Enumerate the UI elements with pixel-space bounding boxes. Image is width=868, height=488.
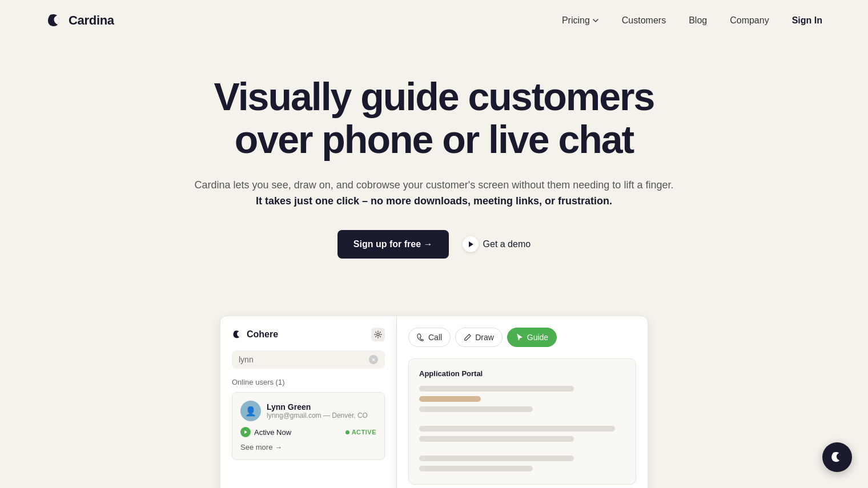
cardina-float-icon [830, 450, 845, 465]
portal-title: Application Portal [419, 369, 625, 378]
signup-button[interactable]: Sign up for free → [337, 230, 449, 259]
skeleton-line-4 [419, 436, 574, 442]
pencil-icon [464, 333, 472, 341]
gear-icon [374, 330, 382, 338]
search-bar[interactable]: lynn ✕ [232, 350, 385, 369]
logo-icon [46, 11, 64, 30]
user-card-bottom: Active Now ACTIVE [240, 427, 376, 437]
signin-link[interactable]: Sign In [792, 15, 822, 26]
user-avatar: 👤 [240, 401, 261, 421]
user-card-top: 👤 Lynn Green lynng@gmail.com — Denver, C… [240, 401, 376, 421]
skeleton-line-2 [419, 406, 533, 412]
skeleton-line-6 [419, 466, 533, 471]
nav-customers[interactable]: Customers [622, 15, 666, 26]
user-card: 👤 Lynn Green lynng@gmail.com — Denver, C… [232, 392, 385, 460]
guide-button[interactable]: Guide [507, 328, 557, 347]
dash-header: Cohere [232, 328, 385, 341]
user-name: Lynn Green [267, 402, 368, 412]
chevron-down-icon [592, 17, 599, 24]
hero-title: Visually guide customers over phone or l… [23, 75, 845, 161]
dash-logo: Cohere [232, 329, 278, 340]
skeleton-accent-1 [419, 396, 481, 402]
nav-pricing[interactable]: Pricing [562, 15, 599, 26]
logo-text: Cardina [69, 13, 114, 28]
hero-subtitle: Cardina lets you see, draw on, and cobro… [23, 177, 845, 193]
hero-section: Visually guide customers over phone or l… [0, 41, 868, 316]
active-badge: ACTIVE [345, 429, 376, 435]
nav-company[interactable]: Company [730, 15, 769, 26]
phone-icon [417, 333, 425, 341]
dashboard-right-panel: Call Draw Guide Application Portal [397, 316, 648, 488]
floating-chat-button[interactable] [822, 442, 852, 472]
svg-point-0 [377, 333, 379, 336]
draw-button[interactable]: Draw [455, 328, 503, 347]
cohere-logo-icon [232, 329, 243, 340]
search-input-value: lynn [239, 355, 364, 364]
cursor-icon [516, 333, 524, 341]
cohere-logo-text: Cohere [247, 329, 278, 340]
user-email-location: lynng@gmail.com — Denver, CO [267, 412, 368, 420]
play-triangle-icon [469, 241, 473, 247]
online-label: Online users (1) [232, 378, 385, 386]
active-now-status: Active Now [240, 427, 291, 437]
active-dot-icon [345, 430, 349, 434]
search-clear-button[interactable]: ✕ [369, 355, 378, 364]
dashboard-left-panel: Cohere lynn ✕ Online users (1) 👤 Lynn Gr… [220, 316, 397, 488]
skeleton-line-5 [419, 455, 574, 461]
dashboard-preview: Cohere lynn ✕ Online users (1) 👤 Lynn Gr… [0, 316, 868, 488]
see-more-link[interactable]: See more → [240, 443, 376, 451]
call-button[interactable]: Call [408, 328, 451, 347]
toolbar-row: Call Draw Guide [408, 328, 636, 347]
active-play-icon [240, 427, 251, 437]
hero-cta: Sign up for free → Get a demo [23, 230, 845, 259]
hero-subtitle-bold: It takes just one click – no more downlo… [23, 195, 845, 207]
settings-gear-button[interactable] [371, 328, 385, 341]
navbar: Cardina Pricing Customers Blog Company S… [0, 0, 868, 41]
app-portal-card: Application Portal [408, 358, 636, 485]
logo[interactable]: Cardina [46, 11, 114, 30]
nav-links: Pricing Customers Blog Company Sign In [562, 15, 822, 26]
nav-blog[interactable]: Blog [689, 15, 707, 26]
skeleton-line-1 [419, 386, 574, 392]
user-info: Lynn Green lynng@gmail.com — Denver, CO [267, 402, 368, 420]
demo-button[interactable]: Get a demo [463, 236, 531, 252]
play-icon [463, 236, 479, 252]
skeleton-line-3 [419, 426, 615, 431]
